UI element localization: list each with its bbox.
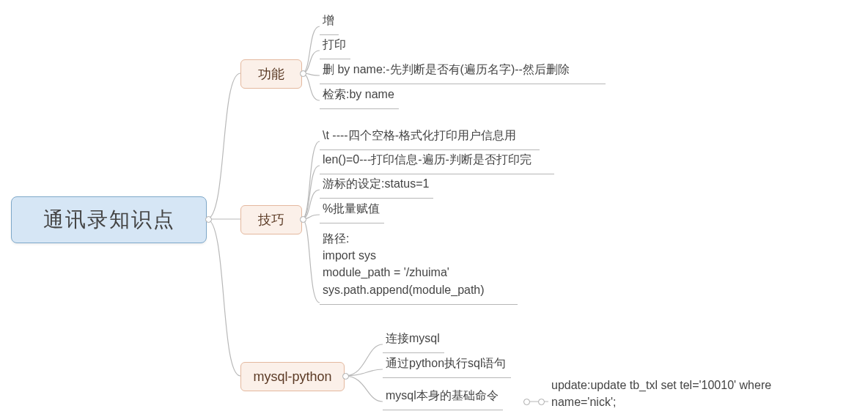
root-label: 通讯录知识点: [43, 206, 175, 234]
branch-features[interactable]: 功能: [240, 59, 302, 89]
branch-mysql-outport: [342, 373, 349, 380]
root-outport: [205, 216, 212, 223]
branch-tips[interactable]: 技巧: [240, 205, 302, 234]
leaf-features-3[interactable]: 检索:by name: [320, 84, 399, 109]
leaf-tips-1[interactable]: len()=0---打印信息-遍历-判断是否打印完: [320, 149, 554, 174]
branch-tips-outport: [300, 216, 306, 223]
leaf-tips-2[interactable]: 游标的设定:status=1: [320, 174, 433, 199]
root-node[interactable]: 通讯录知识点: [11, 196, 207, 243]
leaf-mysql-2-child[interactable]: update:update tb_txl set tel='10010' whe…: [548, 374, 834, 414]
leaf-tips-4[interactable]: 路径: import sys module_path = '/zhuima' s…: [320, 227, 518, 305]
collapse-icon[interactable]: [538, 399, 545, 405]
leaf-tips-3[interactable]: %批量赋值: [320, 199, 384, 223]
leaf-features-1[interactable]: 打印: [320, 34, 350, 59]
branch-mysql[interactable]: mysql-python: [240, 362, 345, 391]
branch-label: 技巧: [258, 211, 284, 229]
mindmap-canvas: 通讯录知识点 功能 增 打印 删 by name:-先判断是否有(遍历名字)--…: [0, 0, 868, 414]
leaf-mysql-2[interactable]: mysql本身的基础命令: [383, 385, 503, 410]
leaf-features-0[interactable]: 增: [320, 10, 339, 35]
leaf-mysql-2-outport: [523, 399, 530, 405]
leaf-mysql-1[interactable]: 通过python执行sql语句: [383, 353, 511, 378]
branch-label: 功能: [258, 65, 284, 83]
leaf-mysql-0[interactable]: 连接mysql: [383, 328, 444, 353]
branch-features-outport: [300, 70, 306, 77]
leaf-tips-0[interactable]: \t ----四个空格-格式化打印用户信息用: [320, 125, 540, 150]
branch-label: mysql-python: [253, 369, 331, 385]
leaf-features-2[interactable]: 删 by name:-先判断是否有(遍历名字)--然后删除: [320, 59, 606, 84]
